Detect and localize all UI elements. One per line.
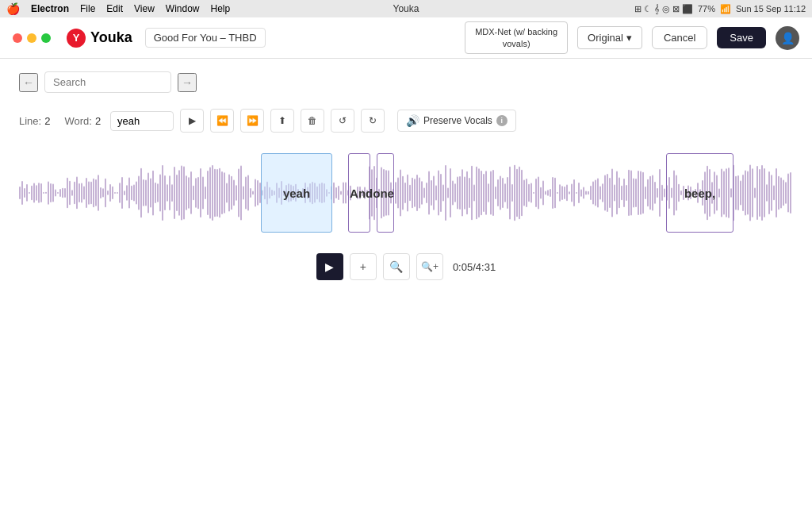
svg-rect-253 [621,186,622,200]
svg-rect-94 [243,187,244,200]
svg-rect-60 [162,165,163,221]
menu-view[interactable]: View [134,3,155,14]
word-text-beep: beep, [684,187,715,200]
original-button[interactable]: Original ▾ [577,26,642,49]
svg-rect-258 [633,179,634,208]
word-block-one[interactable] [377,153,394,233]
svg-rect-178 [442,185,444,202]
svg-rect-255 [626,185,627,201]
apple-menu[interactable]: 🍎 [6,2,20,15]
svg-rect-194 [481,171,482,215]
add-button[interactable]: + [350,253,377,280]
controls-row: Line: 2 Word: 2 ▶ ⏪ ⏩ ⬆ 🗑 ↺ ↻ 🔊 Preserve… [19,109,793,133]
nav-back-button[interactable]: ← [19,73,38,92]
svg-rect-265 [649,176,651,210]
svg-rect-12 [48,181,49,204]
svg-rect-224 [552,177,553,209]
svg-rect-247 [607,174,608,212]
minimize-button[interactable] [27,33,36,43]
svg-rect-91 [236,185,237,200]
datetime: Sun 15 Sep 11:12 [736,4,806,13]
svg-rect-93 [240,166,242,221]
svg-rect-313 [764,168,765,217]
svg-rect-171 [426,183,427,203]
svg-rect-198 [490,171,492,215]
svg-rect-26 [81,183,82,202]
svg-rect-204 [504,183,506,202]
cancel-button[interactable]: Cancel [652,26,707,49]
svg-rect-234 [576,192,577,194]
menu-app-name[interactable]: Electron [31,3,69,14]
main-play-button[interactable]: ▶ [316,253,343,280]
svg-rect-77 [202,177,204,210]
svg-rect-45 [126,185,128,201]
svg-rect-208 [514,165,515,221]
svg-rect-263 [645,187,646,199]
svg-rect-3 [26,184,28,202]
menubar: 🍎 Electron File Edit View Window Help Yo… [0,0,812,17]
svg-rect-170 [423,187,425,198]
song-title: Good For You – THBD [145,28,266,48]
svg-rect-202 [500,176,501,210]
speaker-icon: 🔊 [406,114,419,127]
logo-icon: Y [67,29,86,48]
fast-forward-button[interactable]: ⏩ [240,109,264,133]
redo-button[interactable]: ↻ [361,109,385,133]
svg-rect-240 [590,186,592,200]
svg-rect-63 [169,175,170,210]
zoom-out-button[interactable]: 🔍 [383,253,410,280]
user-avatar[interactable]: 👤 [776,26,799,50]
close-button[interactable] [13,33,22,43]
word-text-input[interactable] [110,111,174,131]
svg-rect-229 [564,187,565,199]
svg-rect-66 [176,175,178,211]
svg-rect-246 [604,175,606,210]
svg-rect-175 [435,186,437,201]
menu-edit[interactable]: Edit [106,3,123,14]
svg-rect-51 [140,168,142,217]
svg-rect-266 [652,175,653,210]
svg-rect-214 [528,184,530,202]
svg-rect-219 [540,187,542,199]
svg-rect-303 [740,181,741,206]
svg-rect-242 [595,180,596,206]
zoom-in-button[interactable]: 🔍+ [416,253,443,280]
svg-rect-69 [183,167,185,220]
menu-help[interactable]: Help [211,3,231,14]
time-display: 0:05/4:31 [453,261,496,273]
word-block-yeah[interactable]: yeah [261,153,332,233]
save-button[interactable]: Save [717,27,766,48]
delete-button[interactable]: 🗑 [301,109,324,133]
word-block-and[interactable] [348,153,370,233]
svg-rect-161 [402,176,404,210]
svg-rect-186 [462,169,463,216]
svg-rect-228 [561,186,563,200]
svg-rect-317 [773,186,775,201]
menu-window[interactable]: Window [166,3,200,14]
svg-rect-57 [155,183,156,203]
share-button[interactable]: ⬆ [270,109,294,133]
svg-rect-213 [526,179,527,207]
svg-rect-252 [619,178,620,209]
word-block-beep[interactable]: beep, [666,153,733,233]
search-row: ← → [19,71,793,93]
menu-file[interactable]: File [80,3,95,14]
svg-rect-173 [431,180,432,206]
svg-rect-177 [440,174,442,212]
svg-rect-256 [628,170,630,216]
svg-rect-27 [83,187,85,200]
rewind-button[interactable]: ⏪ [210,109,234,133]
svg-rect-180 [447,188,449,198]
nav-forward-button[interactable]: → [178,73,197,92]
titlebar: Y Youka Good For You – THBD MDX-Net (w/ … [0,17,812,59]
search-input[interactable] [44,71,171,93]
svg-rect-17 [59,189,61,197]
svg-rect-192 [476,167,477,219]
svg-rect-199 [492,170,494,216]
maximize-button[interactable] [41,33,51,43]
preserve-vocals-button[interactable]: 🔊 Preserve Vocals i [397,110,516,132]
word-value: 2 [95,115,101,127]
svg-rect-14 [52,183,54,202]
undo-button[interactable]: ↺ [331,109,354,133]
play-button[interactable]: ▶ [180,109,204,133]
